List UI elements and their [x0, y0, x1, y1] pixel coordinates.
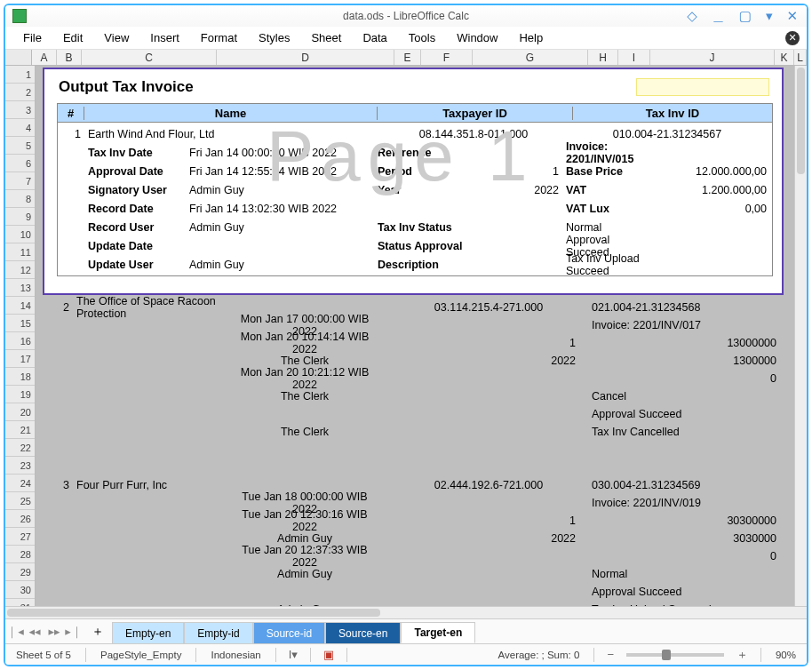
- row-header[interactable]: 18: [5, 368, 35, 386]
- table-row: The ClerkCancel: [43, 387, 784, 405]
- horizontal-scroll-thumb[interactable]: [7, 609, 380, 617]
- menu-file[interactable]: File: [12, 28, 52, 47]
- row-header[interactable]: 2: [5, 84, 35, 101]
- table-row: Admin GuyTax Inv Upload Succeed: [43, 601, 784, 606]
- sheet-tab[interactable]: Source-en: [325, 622, 401, 643]
- menu-window[interactable]: Window: [446, 28, 508, 47]
- cell: Mon Jan 20 10:14:14 WIB 2022: [229, 331, 380, 355]
- cell: Base Price: [566, 165, 648, 178]
- row-header[interactable]: 24: [5, 475, 35, 492]
- table-row: Tax Inv DateFri Jan 14 00:00:00 WIB 2022…: [58, 143, 772, 162]
- cell-invid: 010.004-21.31234567: [568, 128, 772, 140]
- row-header[interactable]: 21: [5, 421, 35, 439]
- minimize-icon[interactable]: ＿: [710, 8, 727, 25]
- sheet-tab[interactable]: Empty-id: [184, 622, 252, 643]
- row-header[interactable]: 20: [5, 403, 35, 421]
- menu-edit[interactable]: Edit: [52, 28, 93, 47]
- row-header[interactable]: 13: [5, 279, 35, 297]
- menu-format[interactable]: Format: [190, 28, 248, 47]
- column-header[interactable]: H: [588, 50, 618, 65]
- row-header[interactable]: 16: [5, 332, 35, 350]
- row-header[interactable]: 14: [5, 297, 35, 315]
- menu-insert[interactable]: Insert: [139, 28, 190, 47]
- row-header[interactable]: 27: [5, 528, 35, 546]
- select-all-corner[interactable]: [5, 50, 32, 65]
- window-pin-icon[interactable]: ◇: [685, 8, 699, 25]
- tab-last-icon[interactable]: ▸｜: [64, 622, 84, 642]
- row-header[interactable]: 17: [5, 350, 35, 368]
- column-header[interactable]: I: [618, 50, 650, 65]
- row-header[interactable]: 9: [5, 208, 35, 226]
- zoom-in-icon[interactable]: ＋: [733, 647, 752, 663]
- close-window-icon[interactable]: ✕: [784, 8, 800, 25]
- row-header[interactable]: 15: [5, 315, 35, 332]
- column-header[interactable]: F: [421, 50, 473, 65]
- row-header[interactable]: 8: [5, 190, 35, 208]
- column-header[interactable]: K: [775, 50, 794, 65]
- row-header[interactable]: 29: [5, 563, 35, 581]
- row-header[interactable]: 10: [5, 226, 35, 243]
- menu-view[interactable]: View: [93, 28, 139, 47]
- row-header[interactable]: 23: [5, 457, 35, 475]
- row-header[interactable]: 28: [5, 546, 35, 563]
- status-pagestyle[interactable]: PageStyle_Empty: [95, 650, 187, 660]
- row-header[interactable]: 4: [5, 119, 35, 137]
- sheet-tab[interactable]: Source-id: [253, 622, 325, 643]
- tab-first-icon[interactable]: ｜◂: [5, 622, 25, 642]
- menu-tools[interactable]: Tools: [398, 28, 446, 47]
- column-header[interactable]: C: [82, 50, 217, 65]
- column-header[interactable]: A: [32, 50, 57, 65]
- sheet-tab[interactable]: Empty-en: [112, 622, 184, 643]
- vertical-scroll-thumb[interactable]: [797, 68, 805, 174]
- status-bar: Sheet 5 of 5 PageStyle_Empty Indonesian …: [5, 643, 807, 665]
- column-header[interactable]: G: [473, 50, 588, 65]
- add-sheet-icon[interactable]: ＋: [87, 622, 108, 642]
- status-zoom[interactable]: 90%: [770, 650, 801, 660]
- row-header[interactable]: 19: [5, 386, 35, 403]
- status-summary[interactable]: Average: ; Sum: 0: [493, 650, 585, 660]
- status-language[interactable]: Indonesian: [205, 650, 266, 660]
- row-header[interactable]: 3: [5, 101, 35, 119]
- menu-styles[interactable]: Styles: [248, 28, 300, 47]
- row-header[interactable]: 12: [5, 261, 35, 279]
- window-more-icon[interactable]: ▾: [764, 8, 775, 25]
- row-header[interactable]: 26: [5, 510, 35, 528]
- column-header[interactable]: L: [794, 50, 807, 65]
- row-header[interactable]: 22: [5, 439, 35, 457]
- sheet-tab[interactable]: Target-en: [401, 622, 475, 643]
- row-header[interactable]: 1: [5, 66, 35, 84]
- cell: 1: [393, 514, 585, 527]
- column-header[interactable]: E: [394, 50, 421, 65]
- menu-data[interactable]: Data: [352, 28, 397, 47]
- table-row: Record DateFri Jan 14 13:02:30 WIB 2022V…: [58, 199, 772, 218]
- zoom-slider[interactable]: [626, 653, 724, 657]
- table-row: The Clerk20221300000: [43, 352, 784, 370]
- row-header[interactable]: 7: [5, 172, 35, 190]
- column-header[interactable]: B: [57, 50, 82, 65]
- cell: Description: [378, 259, 466, 271]
- row-header[interactable]: 11: [5, 243, 35, 261]
- row-header[interactable]: 25: [5, 492, 35, 510]
- tab-next-icon[interactable]: ▸▸: [44, 622, 64, 642]
- cell: 12.000.000,00: [648, 165, 772, 178]
- save-indicator-icon[interactable]: ▣: [320, 648, 338, 661]
- vertical-scrollbar[interactable]: [794, 66, 807, 606]
- zoom-slider-handle[interactable]: [662, 650, 671, 660]
- row-header[interactable]: 31: [5, 599, 35, 606]
- horizontal-scrollbar[interactable]: [5, 606, 807, 618]
- maximize-icon[interactable]: ▢: [737, 8, 753, 25]
- tab-prev-icon[interactable]: ◂◂: [25, 622, 44, 642]
- menu-sheet[interactable]: Sheet: [300, 28, 352, 47]
- column-header[interactable]: D: [217, 50, 394, 65]
- menu-help[interactable]: Help: [508, 28, 553, 47]
- row-header[interactable]: 5: [5, 137, 35, 155]
- zoom-out-icon[interactable]: −: [603, 648, 617, 661]
- column-header[interactable]: J: [650, 50, 775, 65]
- cell: Signatory User: [84, 184, 189, 196]
- insert-mode-icon[interactable]: I▾: [285, 648, 301, 661]
- row-header[interactable]: 6: [5, 155, 35, 172]
- sheet-body[interactable]: Page 1 Output Tax Invoice # Name Taxpaye…: [36, 66, 794, 606]
- cell: Normal: [585, 568, 784, 580]
- close-document-icon[interactable]: ✕: [785, 31, 800, 45]
- row-header[interactable]: 30: [5, 581, 35, 599]
